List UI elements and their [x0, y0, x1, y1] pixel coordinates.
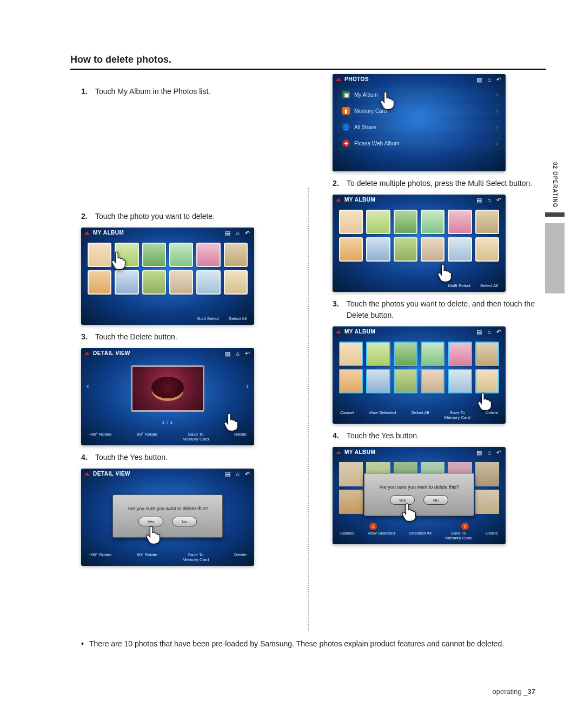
- home-icon[interactable]: ⌂: [487, 197, 491, 204]
- back-icon[interactable]: ↶: [496, 329, 501, 336]
- photo-thumb[interactable]: [196, 243, 220, 267]
- multi-select-button[interactable]: Multi Select: [448, 284, 470, 289]
- photo-thumb[interactable]: [448, 237, 472, 262]
- photo-thumb[interactable]: [169, 270, 193, 295]
- back-icon[interactable]: ↶: [496, 76, 501, 83]
- back-icon[interactable]: ↶: [496, 449, 501, 456]
- view-selected-button[interactable]: View Selected: [368, 531, 395, 541]
- thumbnail-grid: [88, 243, 248, 295]
- home-icon[interactable]: ⌂: [487, 329, 491, 336]
- home-icon[interactable]: ⌂: [487, 449, 491, 456]
- photo-thumb[interactable]: [421, 237, 444, 262]
- photo-thumb[interactable]: [339, 369, 363, 393]
- memo-icon[interactable]: ▤: [476, 197, 482, 204]
- prev-arrow-icon[interactable]: ‹: [87, 382, 89, 390]
- rotate-cw-button[interactable]: 90° Rotate: [137, 553, 157, 563]
- save-to-card-button[interactable]: Save To Memory Card: [183, 432, 209, 442]
- photo-thumb[interactable]: [448, 342, 472, 366]
- left-column: 1. Touch My Album in the Photos list. 2.…: [70, 79, 295, 631]
- step-number: 3.: [81, 331, 91, 343]
- photo-thumb[interactable]: [224, 243, 248, 267]
- memo-icon[interactable]: ▤: [225, 230, 230, 237]
- hand-cursor-icon: [223, 411, 241, 432]
- delete-button[interactable]: Delete: [234, 432, 247, 442]
- back-icon[interactable]: ↶: [496, 197, 501, 204]
- delete-button[interactable]: Delete: [486, 411, 498, 420]
- save-to-card-button[interactable]: Save To Memory Card: [444, 411, 470, 420]
- save-to-card-button[interactable]: Save To Memory Card: [446, 531, 472, 541]
- rotate-ccw-button[interactable]: −90° Rotate: [89, 432, 112, 442]
- photo-thumb[interactable]: [394, 369, 417, 393]
- cancel-button[interactable]: Cancel: [340, 531, 354, 541]
- unselect-all-button[interactable]: Unselect All: [409, 531, 432, 541]
- home-icon[interactable]: ⌂: [236, 471, 240, 478]
- photo-thumb[interactable]: [339, 210, 363, 234]
- photo-thumb[interactable]: [115, 270, 138, 295]
- photo-thumb[interactable]: [366, 369, 390, 393]
- memo-icon[interactable]: ▤: [225, 471, 230, 478]
- back-icon[interactable]: ↶: [245, 471, 250, 478]
- list-label: All Share: [354, 124, 376, 130]
- photo-thumb[interactable]: [366, 237, 390, 262]
- photo-thumb[interactable]: [475, 369, 499, 393]
- screenshot-photos-list: PHOTOS ▤⌂↶ ▣ My Album › ▮ Memory Card › …: [333, 74, 506, 171]
- select-all-button[interactable]: Select All: [411, 411, 429, 420]
- cancel-button[interactable]: Cancel: [340, 411, 354, 420]
- photo-thumb[interactable]: [196, 270, 220, 295]
- photo-thumb[interactable]: [88, 243, 111, 267]
- list-item-picasa[interactable]: ✦ Picasa Web Album ›: [338, 137, 500, 150]
- home-icon[interactable]: ⌂: [236, 230, 240, 237]
- list-item-allshare[interactable]: ⋮ All Share ›: [338, 121, 500, 133]
- photo-thumb[interactable]: [339, 237, 363, 262]
- photo-thumb[interactable]: [421, 342, 444, 366]
- select-all-button[interactable]: Select All: [229, 317, 247, 322]
- screenshot-album-ms-delete: MY ALBUM ▤⌂↶ Cancel View Selected Select…: [333, 326, 506, 424]
- yes-button[interactable]: Yes: [138, 517, 163, 526]
- photo-thumb[interactable]: [169, 243, 193, 267]
- photo-thumb[interactable]: [366, 342, 390, 366]
- photo-thumb[interactable]: [142, 270, 166, 295]
- memo-icon[interactable]: ▤: [476, 76, 482, 83]
- no-button[interactable]: No: [423, 495, 448, 505]
- rotate-ccw-button[interactable]: −90° Rotate: [89, 553, 112, 563]
- bottom-buttons: Cancel View Selected Select All Save To …: [333, 411, 506, 420]
- photo-thumb[interactable]: [88, 270, 111, 295]
- select-all-button[interactable]: Select All: [480, 284, 498, 289]
- home-icon[interactable]: ⌂: [487, 76, 491, 83]
- memo-icon[interactable]: ▤: [225, 350, 230, 357]
- photo-thumb[interactable]: [475, 342, 499, 366]
- photo-thumb[interactable]: [448, 369, 472, 393]
- photo-thumb[interactable]: [421, 210, 444, 234]
- list-item-memorycard[interactable]: ▮ Memory Card ›: [338, 104, 500, 117]
- list-item-myalbum[interactable]: ▣ My Album ›: [338, 88, 500, 101]
- save-to-card-button[interactable]: Save To Memory Card: [183, 553, 209, 563]
- delete-button[interactable]: Delete: [486, 531, 498, 541]
- back-icon[interactable]: ↶: [245, 230, 250, 237]
- step-text: Touch the Delete button.: [95, 331, 295, 343]
- yes-button[interactable]: Yes: [390, 495, 415, 505]
- photo-thumb[interactable]: [366, 210, 390, 234]
- photo-thumb[interactable]: [394, 342, 417, 366]
- next-arrow-icon[interactable]: ›: [246, 382, 249, 390]
- photo-thumb[interactable]: [475, 237, 499, 262]
- multi-select-button[interactable]: Multi Select: [197, 317, 219, 322]
- rotate-cw-button[interactable]: 90° Rotate: [137, 432, 157, 442]
- photo-thumb[interactable]: [142, 243, 166, 267]
- home-icon[interactable]: ⌂: [236, 350, 240, 357]
- no-button[interactable]: No: [172, 517, 197, 526]
- memo-icon[interactable]: ▤: [476, 449, 482, 456]
- photo-thumb[interactable]: [224, 270, 248, 295]
- photo-thumb[interactable]: [448, 210, 472, 234]
- photo-thumb[interactable]: [475, 210, 499, 234]
- photo-thumb[interactable]: [394, 210, 417, 234]
- photo-thumb[interactable]: [339, 342, 363, 366]
- photo-thumb[interactable]: [394, 237, 417, 262]
- memo-icon[interactable]: ▤: [476, 329, 482, 336]
- delete-button[interactable]: Delete: [234, 553, 247, 563]
- view-selected-button[interactable]: View Selected: [369, 411, 396, 420]
- photo-thumb[interactable]: [115, 243, 138, 267]
- detail-photo[interactable]: [131, 365, 204, 412]
- photo-thumb[interactable]: [421, 369, 444, 393]
- back-icon[interactable]: ↶: [245, 350, 250, 357]
- album-icon: ▣: [342, 91, 350, 98]
